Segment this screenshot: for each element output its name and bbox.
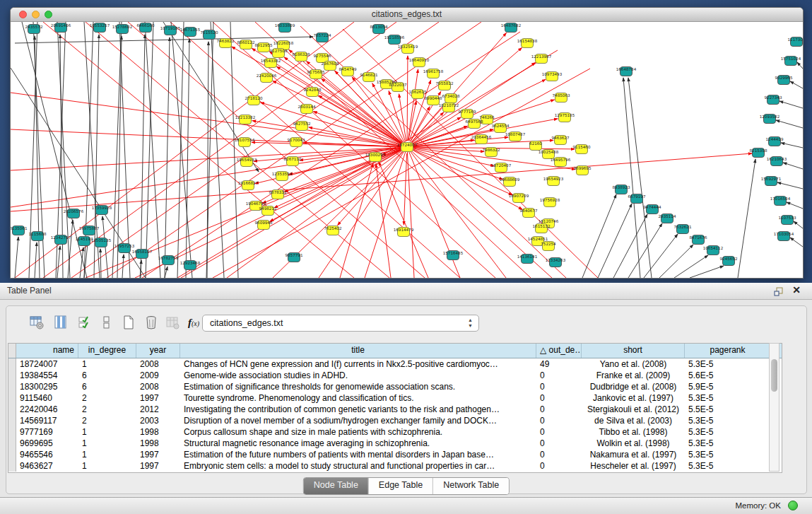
close-panel-icon[interactable]: ✕	[792, 284, 801, 296]
column-header-name[interactable]: name	[16, 344, 78, 358]
table-source-dropdown[interactable]: citations_edges.txt ▲▼	[202, 315, 479, 332]
select-all-check-icon[interactable]	[76, 313, 94, 332]
table-cell[interactable]: 18724007	[16, 358, 78, 370]
table-cell[interactable]: 1	[78, 449, 136, 460]
table-row[interactable]: 1830029562008Estimation of significance …	[8, 381, 782, 392]
table-cell[interactable]: 2	[78, 404, 136, 415]
table-cell[interactable]: 1998	[136, 438, 180, 449]
table-cell[interactable]: Disruption of a novel member of a sodium…	[180, 415, 536, 426]
table-cell[interactable]: 2	[78, 415, 136, 426]
table-cell[interactable]: Stergiakouli et al. (2012)	[582, 404, 685, 415]
table-cell[interactable]: Dudbridge et al. (2008)	[582, 381, 685, 392]
table-cell[interactable]: 5.3E-5	[685, 426, 771, 438]
function-builder-icon[interactable]: f(x)	[184, 313, 203, 332]
table-cell[interactable]: 9777169	[16, 426, 78, 438]
window-titlebar[interactable]: citations_edges.txt	[11, 8, 803, 22]
table-cell[interactable]: Jankovic et al. (1997)	[582, 392, 685, 404]
table-cell[interactable]: Tourette syndrome. Phenomenology and cla…	[180, 392, 536, 404]
table-cell[interactable]: Structural magnetic resonance image aver…	[180, 438, 536, 449]
table-cell[interactable]: 9699695	[16, 438, 78, 449]
table-row[interactable]: 977716911998Corpus callosum shape and si…	[8, 426, 782, 438]
table-cell[interactable]: 0	[536, 381, 582, 392]
table-row[interactable]: 946554611997Estimation of the future num…	[8, 449, 782, 460]
table-cell[interactable]: 2008	[136, 358, 180, 370]
table-cell[interactable]: Estimation of the future numbers of pati…	[180, 449, 536, 460]
table-cell[interactable]: 5.3E-5	[685, 392, 771, 404]
table-cell[interactable]: Hescheler et al. (1997)	[582, 460, 685, 472]
row-height-icon[interactable]	[97, 313, 115, 332]
table-cell[interactable]: 2012	[136, 404, 180, 415]
table-row[interactable]: 1456911722003Disruption of a novel membe…	[8, 415, 782, 426]
table-cell[interactable]: 14569117	[16, 415, 78, 426]
table-vertical-scrollbar[interactable]	[769, 343, 779, 472]
table-cell[interactable]: 1	[78, 426, 136, 438]
column-header-in_degree[interactable]: in_degree	[78, 344, 136, 358]
tab-node-table[interactable]: Node Table	[304, 478, 369, 494]
table-settings-icon[interactable]	[28, 313, 46, 332]
table-cell[interactable]: 5.5E-5	[685, 404, 771, 415]
table-row[interactable]: 911546021997Tourette syndrome. Phenomeno…	[8, 392, 782, 404]
table-cell[interactable]: 1	[78, 358, 136, 370]
table-cell[interactable]: 0	[536, 370, 582, 381]
column-header-short[interactable]: short	[582, 344, 685, 358]
table-cell[interactable]: 2	[78, 392, 136, 404]
table-cell[interactable]: Corpus callosum shape and size in male p…	[180, 426, 536, 438]
table-cell[interactable]: 5.6E-5	[685, 370, 771, 381]
table-cell[interactable]: Embryonic stem cells: a model to study s…	[180, 460, 536, 472]
table-cell[interactable]: 5.3E-5	[685, 449, 771, 460]
table-cell[interactable]: Changes of HCN gene expression and I(f) …	[180, 358, 536, 370]
table-cell[interactable]: 22420046	[16, 404, 78, 415]
float-panel-icon[interactable]	[774, 286, 784, 296]
table-cell[interactable]: 1	[78, 438, 136, 449]
table-cell[interactable]: 49	[536, 358, 582, 370]
new-table-icon[interactable]	[119, 313, 138, 332]
table-cell[interactable]: 5.3E-5	[685, 438, 771, 449]
table-cell[interactable]: 5.3E-5	[685, 358, 771, 370]
table-cell[interactable]: Tibbo et al. (1998)	[582, 426, 685, 438]
table-row[interactable]: 1938455462009Genome-wide association stu…	[8, 370, 782, 381]
table-cell[interactable]: Wolkin et al. (1998)	[582, 438, 685, 449]
column-visibility-icon[interactable]	[52, 313, 70, 332]
table-cell[interactable]: 1	[78, 460, 136, 472]
table-cell[interactable]: 9463627	[16, 460, 78, 472]
table-cell[interactable]: de Silva et al. (2003)	[582, 415, 685, 426]
table-cell[interactable]: 9465546	[16, 449, 78, 460]
table-cell[interactable]: 1997	[136, 449, 180, 460]
table-cell[interactable]: 0	[536, 449, 582, 460]
scrollbar-thumb[interactable]	[771, 359, 777, 392]
table-cell[interactable]: 18300295	[16, 381, 78, 392]
table-cell[interactable]: 0	[536, 415, 582, 426]
table-cell[interactable]: 5.3E-5	[685, 415, 771, 426]
table-cell[interactable]: Investigating the contribution of common…	[180, 404, 536, 415]
table-cell[interactable]: 0	[536, 460, 582, 472]
tab-network-table[interactable]: Network Table	[433, 478, 509, 494]
column-header-year[interactable]: year	[136, 344, 180, 358]
column-header-out_de[interactable]: △ out_de…	[536, 344, 582, 358]
table-cell[interactable]: 9115460	[16, 392, 78, 404]
table-row[interactable]: 1872400712008Changes of HCN gene express…	[8, 358, 782, 370]
table-cell[interactable]: 6	[78, 370, 136, 381]
table-cell[interactable]: 0	[536, 438, 582, 449]
table-cell[interactable]: Franke et al. (2009)	[582, 370, 685, 381]
table-cell[interactable]: 19384554	[16, 370, 78, 381]
table-cell[interactable]: 0	[536, 426, 582, 438]
network-canvas[interactable]: 1872400718300295886012274638228912955182…	[11, 22, 803, 278]
table-cell[interactable]: 1997	[136, 392, 180, 404]
table-cell[interactable]: Estimation of significance thresholds fo…	[180, 381, 536, 392]
table-cell[interactable]: Yano et al. (2008)	[582, 358, 685, 370]
table-cell[interactable]: 0	[536, 404, 582, 415]
column-header-title[interactable]: title	[180, 344, 536, 358]
table-cell[interactable]: 2009	[136, 370, 180, 381]
tab-edge-table[interactable]: Edge Table	[369, 478, 433, 494]
table-cell[interactable]: 0	[536, 392, 582, 404]
table-row[interactable]: 946362711997Embryonic stem cells: a mode…	[8, 460, 782, 472]
table-cell[interactable]: 5.9E-5	[685, 381, 771, 392]
delete-table-icon[interactable]	[142, 313, 160, 332]
table-cell[interactable]: 1997	[136, 460, 180, 472]
table-row[interactable]: 969969511998Structural magnetic resonanc…	[8, 438, 782, 449]
table-cell[interactable]: 2008	[136, 381, 180, 392]
table-cell[interactable]: 6	[78, 381, 136, 392]
import-table-icon[interactable]	[163, 313, 182, 332]
table-cell[interactable]: 2003	[136, 415, 180, 426]
table-cell[interactable]: 1998	[136, 426, 180, 438]
